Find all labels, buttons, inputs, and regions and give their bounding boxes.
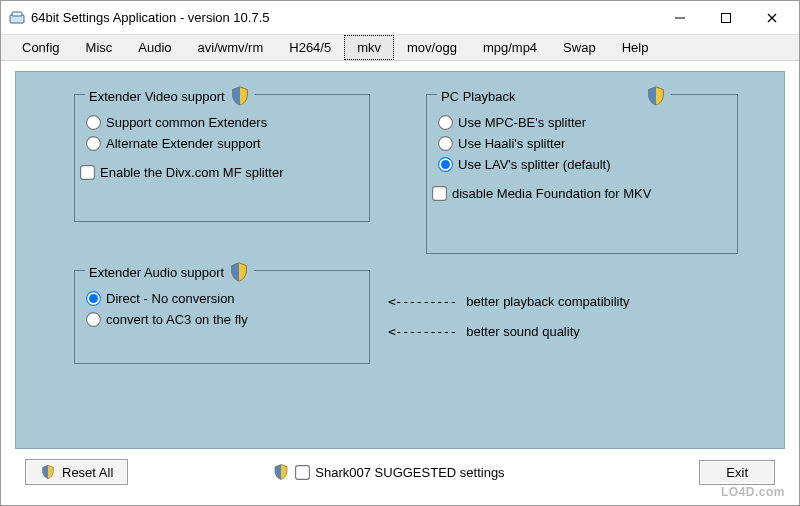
tab-config[interactable]: Config — [9, 35, 73, 60]
checkbox-disable-media-foundation-mkv[interactable]: disable Media Foundation for MKV — [433, 186, 725, 201]
reset-all-button[interactable]: Reset All — [25, 459, 128, 485]
group-extender-audio: Extender Audio support Direct - No conve… — [74, 270, 370, 364]
maximize-button[interactable] — [703, 3, 749, 33]
titlebar: 64bit Settings Application - version 10.… — [1, 1, 799, 35]
suggested-settings-checkbox[interactable] — [295, 465, 310, 480]
annotation-text: better playback compatibility — [466, 294, 629, 309]
shield-icon — [228, 261, 250, 283]
radio-direct-no-conversion[interactable]: Direct - No conversion — [87, 291, 357, 306]
annotation-text: better sound quality — [466, 324, 579, 339]
shield-icon — [272, 463, 290, 481]
content-panel: Extender Video support Support common Ex… — [15, 71, 785, 449]
app-window: 64bit Settings Application - version 10.… — [0, 0, 800, 506]
group-body: Use MPC-BE's splitter Use Haali's splitt… — [427, 95, 737, 213]
group-legend-text: Extender Video support — [89, 89, 225, 104]
radio-label: Support common Extenders — [106, 115, 267, 130]
radio-label: Direct - No conversion — [106, 291, 235, 306]
radio-use-lav-splitter[interactable]: Use LAV's splitter (default) — [439, 157, 725, 172]
radio-use-haali-splitter[interactable]: Use Haali's splitter — [439, 136, 725, 151]
checkbox-label: disable Media Foundation for MKV — [452, 186, 651, 201]
radio-support-common-extenders[interactable]: Support common Extenders — [87, 115, 357, 130]
tab-misc[interactable]: Misc — [73, 35, 126, 60]
window-title: 64bit Settings Application - version 10.… — [31, 10, 657, 25]
exit-button[interactable]: Exit — [699, 460, 775, 485]
button-label: Exit — [726, 465, 748, 480]
suggested-settings-row: Shark007 SUGGESTED settings — [268, 463, 504, 481]
client-area: Extender Video support Support common Ex… — [1, 61, 799, 505]
tab-bar: ConfigMiscAudioavi/wmv/rmH264/5mkvmov/og… — [1, 35, 799, 61]
group-legend-text: Extender Audio support — [89, 265, 224, 280]
group-pc-playback: PC Playback Use MPC-BE's splitter Use Ha… — [426, 94, 738, 254]
shield-icon — [645, 85, 667, 107]
arrow-icon: <--------- — [388, 324, 456, 339]
group-body: Support common Extenders Alternate Exten… — [75, 95, 369, 196]
annotation-sound-quality: <--------- better sound quality — [388, 324, 580, 339]
checkbox-enable-divx-mf-splitter[interactable]: Enable the Divx.com MF splitter — [81, 165, 357, 180]
group-legend: PC Playback — [437, 85, 671, 107]
svg-rect-1 — [12, 12, 22, 16]
footer-bar: Reset All Shark007 SUGGESTED settings Ex… — [15, 449, 785, 495]
tab-mkv[interactable]: mkv — [344, 35, 394, 60]
tab-swap[interactable]: Swap — [550, 35, 609, 60]
group-legend-text: PC Playback — [441, 89, 515, 104]
tab-audio[interactable]: Audio — [125, 35, 184, 60]
radio-label: Use LAV's splitter (default) — [458, 157, 611, 172]
svg-rect-3 — [722, 13, 731, 22]
group-legend: Extender Video support — [85, 85, 255, 107]
checkbox-label: Shark007 SUGGESTED settings — [315, 465, 504, 480]
checkbox-label: Enable the Divx.com MF splitter — [100, 165, 284, 180]
annotation-compatibility: <--------- better playback compatibility — [388, 294, 630, 309]
window-controls — [657, 3, 795, 33]
radio-convert-to-ac3[interactable]: convert to AC3 on the fly — [87, 312, 357, 327]
group-legend: Extender Audio support — [85, 261, 254, 283]
tab-h264-5[interactable]: H264/5 — [276, 35, 344, 60]
tab-avi-wmv-rm[interactable]: avi/wmv/rm — [185, 35, 277, 60]
radio-alternate-extender-support[interactable]: Alternate Extender support — [87, 136, 357, 151]
tab-mov-ogg[interactable]: mov/ogg — [394, 35, 470, 60]
app-icon — [9, 10, 25, 26]
tab-help[interactable]: Help — [609, 35, 662, 60]
button-label: Reset All — [62, 465, 113, 480]
close-button[interactable] — [749, 3, 795, 33]
minimize-button[interactable] — [657, 3, 703, 33]
radio-label: convert to AC3 on the fly — [106, 312, 248, 327]
tab-mpg-mp4[interactable]: mpg/mp4 — [470, 35, 550, 60]
radio-label: Use Haali's splitter — [458, 136, 565, 151]
radio-use-mpc-be-splitter[interactable]: Use MPC-BE's splitter — [439, 115, 725, 130]
arrow-icon: <--------- — [388, 294, 456, 309]
radio-label: Use MPC-BE's splitter — [458, 115, 586, 130]
radio-label: Alternate Extender support — [106, 136, 261, 151]
shield-icon — [40, 464, 56, 480]
group-extender-video: Extender Video support Support common Ex… — [74, 94, 370, 222]
shield-icon — [229, 85, 251, 107]
watermark-text: LO4D.com — [721, 485, 785, 499]
